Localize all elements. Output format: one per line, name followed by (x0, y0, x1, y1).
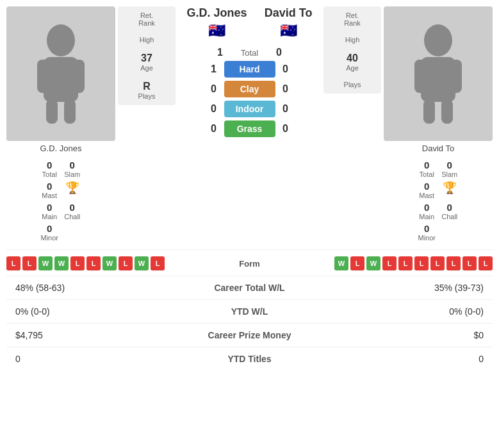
surface-rows: 1 Hard 0 0 Clay 0 0 Indoor 0 0 Grass 0 (178, 61, 321, 137)
right-age-val: 40 (347, 53, 358, 64)
svg-rect-3 (73, 60, 85, 93)
left-player-photo (6, 6, 115, 141)
right-main-stat: 0 Main (418, 202, 436, 220)
svg-rect-11 (441, 99, 453, 124)
left-plays-label: Plays (138, 92, 156, 100)
stat-center-label: Career Prize Money (145, 324, 354, 347)
right-high-item: High (332, 36, 372, 44)
left-chall-stat: 0 Chall (63, 202, 81, 220)
right-trophy-icon: 🏆 (443, 181, 457, 195)
stat-center-label: YTD Titles (145, 347, 354, 371)
left-player-name-below: G.D. Jones (40, 144, 81, 153)
left-name-flag: G.D. Jones 🇦🇺 (187, 6, 247, 44)
stat-right-val: $0 (354, 324, 493, 347)
right-plays-label: Plays (344, 81, 361, 88)
right-minor-val: 0 (424, 223, 429, 234)
right-chall-val: 0 (447, 202, 452, 213)
left-form-badge: L (119, 256, 133, 270)
left-slam-stat: 0 Slam (63, 160, 81, 178)
left-form-badges: LLWWLLWLWL (6, 256, 165, 270)
main-top-section: G.D. Jones 0 Total 0 Slam 0 Mast 🏆 0 Mai… (0, 0, 499, 242)
right-chall-label: Chall (441, 213, 457, 220)
surface-right-score: 0 (279, 83, 292, 95)
names-and-flags-row: G.D. Jones 🇦🇺 David To 🇦🇺 (178, 6, 321, 44)
total-label: Total (231, 48, 269, 58)
right-form-badge: W (334, 256, 348, 270)
svg-rect-7 (421, 57, 455, 102)
right-slam-val: 0 (447, 160, 452, 170)
left-plays-val: R (143, 81, 151, 92)
left-main-val2: 0 (47, 202, 52, 213)
stat-left-val: 0 (6, 347, 145, 371)
right-player-silhouette (409, 22, 467, 125)
left-trophy-icon-cell: 🏆 (63, 181, 81, 199)
left-player-silhouette (32, 22, 90, 125)
right-player-block: David To 0 Total 0 Slam 0 Mast 🏆 0 Main (384, 6, 493, 242)
right-mid-stat-box: Ret. Rank High 40 Age Plays (323, 6, 381, 94)
left-mast-val: 0 (47, 181, 52, 192)
left-player-stats: 0 Total 0 Slam 0 Mast 🏆 0 Main 0 Main (40, 160, 81, 242)
surface-right-score: 0 (279, 63, 292, 75)
form-row: LLWWLLWLWL Form WLWLLLLLLL (6, 256, 493, 270)
stats-row: 0% (0-0) YTD W/L 0% (0-0) (6, 300, 493, 324)
right-mast-label: Mast (419, 192, 434, 199)
surface-row-grass: 0 Grass 0 (178, 120, 321, 137)
svg-rect-5 (64, 99, 76, 124)
stat-right-val: 0 (354, 347, 493, 371)
stats-table: 48% (58-63) Career Total W/L 35% (39-73)… (6, 276, 493, 370)
right-main-val: 0 (424, 202, 429, 213)
left-mast-label: Mast (42, 192, 57, 199)
left-form-badge: L (6, 256, 20, 270)
svg-point-0 (47, 24, 75, 56)
right-form-badge: L (398, 256, 413, 270)
right-form-badge: W (366, 256, 380, 270)
left-minor-stat: 0 Minor (40, 223, 58, 242)
right-age-item: 40 Age (332, 53, 372, 72)
left-form-badge: L (151, 256, 165, 270)
right-mast-val: 0 (424, 181, 429, 192)
right-player-stats: 0 Total 0 Slam 0 Mast 🏆 0 Main 0 Chall (418, 160, 458, 242)
surface-button-grass[interactable]: Grass (224, 120, 275, 137)
svg-rect-4 (46, 99, 58, 124)
left-minor-val: 0 (47, 223, 52, 234)
right-form-badge: L (462, 256, 477, 270)
right-form-badge: L (430, 256, 445, 270)
stat-left-val: 0% (0-0) (6, 300, 145, 324)
surface-row-hard: 1 Hard 0 (178, 61, 321, 78)
svg-rect-2 (37, 60, 49, 93)
left-high-label: High (140, 36, 154, 44)
total-right-score: 0 (273, 47, 286, 58)
surface-left-score: 0 (208, 103, 220, 115)
right-form-badges: WLWLLLLLLL (334, 256, 493, 270)
center-block: G.D. Jones 🇦🇺 David To 🇦🇺 1 Total 0 1 Ha… (178, 6, 321, 137)
left-slam-label: Slam (64, 170, 80, 178)
right-total-label: Total (420, 170, 434, 178)
left-trophy-icon: 🏆 (65, 181, 79, 195)
right-form-badge: L (414, 256, 429, 270)
surface-button-indoor[interactable]: Indoor (224, 101, 275, 117)
surface-button-clay[interactable]: Clay (224, 81, 275, 97)
right-plays-item: Plays (332, 81, 372, 88)
left-mid-stat-box: Ret. Rank High 37 Age R Plays (118, 6, 176, 105)
stat-left-val: 48% (58-63) (6, 276, 145, 300)
surface-button-hard[interactable]: Hard (224, 61, 275, 78)
left-total-label: Total (42, 170, 57, 178)
stat-center-label: YTD W/L (145, 300, 354, 324)
left-mast-stat: 0 Mast (40, 181, 58, 199)
right-player-name-below: David To (422, 144, 454, 153)
right-trophy-icon-cell: 🏆 (441, 181, 459, 199)
right-chall-stat: 0 Chall (441, 202, 459, 220)
right-slam-label: Slam (441, 170, 457, 178)
left-main-stat2: 0 Main (40, 202, 58, 220)
left-form-badge: L (70, 256, 85, 270)
left-minor-label: Minor (40, 234, 58, 242)
left-slam-val: 0 (70, 160, 75, 170)
right-form-badge: L (446, 256, 461, 270)
right-main-label: Main (419, 213, 434, 220)
svg-rect-1 (44, 57, 78, 102)
left-age-label: Age (140, 64, 153, 72)
stats-row: $4,795 Career Prize Money $0 (6, 324, 493, 347)
stat-right-val: 0% (0-0) (354, 300, 493, 324)
form-label: Form (218, 259, 282, 269)
right-slam-stat: 0 Slam (441, 160, 459, 178)
